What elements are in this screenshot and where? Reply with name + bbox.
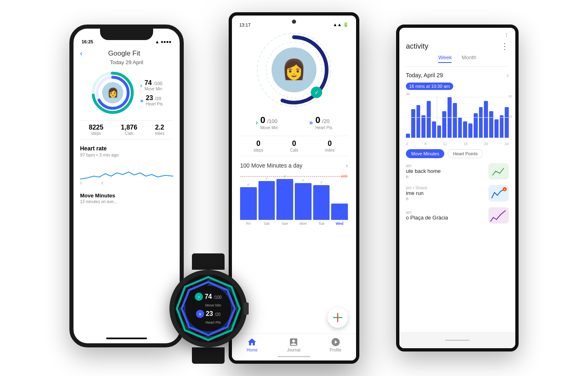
iphone-app-title: Google Fit bbox=[82, 49, 166, 58]
iphone-move-label: Move Min bbox=[145, 87, 163, 91]
right-date: Today, April 29 bbox=[406, 72, 443, 78]
smartwatch: › 74 /100 Move Min » 23 /20 Heart Pts bbox=[163, 253, 253, 356]
bar-sun-label: Sun bbox=[282, 222, 288, 226]
svg-point-22 bbox=[180, 280, 237, 337]
iphone-move-min-stat: › 74 /100 Move Min bbox=[140, 79, 163, 91]
iphone-heart-rate-sub: 97 bpm • 3 min ago bbox=[80, 152, 173, 157]
iphone-time: 16:25 bbox=[82, 39, 93, 44]
iphone-metrics: 8225 steps 1,876 Cals 2.2 miles bbox=[80, 120, 173, 139]
iphone-notch bbox=[100, 29, 153, 40]
activity-info-2: pm • Strava ime run n bbox=[406, 186, 484, 201]
iphone-miles-label: miles bbox=[155, 131, 164, 136]
svg-rect-24 bbox=[488, 163, 509, 179]
activity-time-3: am bbox=[406, 210, 484, 215]
android-fab[interactable] bbox=[327, 307, 348, 328]
right-signal: ⋮ bbox=[504, 33, 509, 38]
svg-marker-20 bbox=[177, 277, 240, 340]
iphone-heart-label: Heart Pts bbox=[146, 102, 163, 106]
label-20: 20 bbox=[484, 142, 488, 146]
activity-time-2: pm • Strava bbox=[406, 186, 484, 190]
android-cals-label: Cals bbox=[290, 148, 298, 152]
android-right-device: ⋮ activity ⋮ Week Month Today, April 29 … bbox=[396, 25, 519, 351]
android-move-stat: › 0 /100 Move Min bbox=[256, 115, 278, 130]
nav-journal-label: Journal bbox=[287, 348, 301, 352]
android-miles-label: miles bbox=[325, 148, 334, 152]
iphone-cals-label: Cals bbox=[121, 131, 137, 136]
android-heart-frac: /20 bbox=[322, 118, 330, 124]
bar-mon: ✓ Mon bbox=[295, 179, 312, 226]
bar-check-tue: ✓ bbox=[320, 181, 323, 184]
iphone-move-title: Move Minutes bbox=[80, 192, 173, 199]
right-bar-12 bbox=[463, 121, 467, 138]
activity-map-1 bbox=[488, 163, 509, 179]
android-home-indicator bbox=[278, 356, 310, 357]
iphone-cals-val: 1,876 bbox=[121, 124, 137, 131]
svg-point-23 bbox=[185, 285, 232, 332]
activity-dist-1: n bbox=[406, 174, 484, 179]
right-bar-10 bbox=[453, 103, 457, 138]
right-header: activity ⋮ bbox=[399, 41, 515, 54]
right-bar-8 bbox=[442, 111, 446, 138]
nav-profile[interactable]: Profile bbox=[330, 337, 341, 352]
right-nav-arrow[interactable]: › bbox=[507, 72, 509, 79]
svg-text:6: 6 bbox=[101, 181, 103, 185]
iphone-heart-val: 23 bbox=[146, 94, 153, 101]
iphone-signal: ▲ ●●●● bbox=[155, 39, 172, 44]
right-bar-13 bbox=[468, 123, 472, 138]
right-filter-buttons: Move Minutes Heart Points bbox=[399, 149, 515, 158]
nav-journal[interactable]: Journal bbox=[287, 337, 301, 352]
label-12: 12 bbox=[443, 142, 447, 146]
iphone-home-indicator bbox=[106, 338, 147, 339]
svg-text:👩: 👩 bbox=[107, 87, 119, 98]
right-menu-icon[interactable]: ⋮ bbox=[501, 41, 509, 51]
right-tabs: Week Month bbox=[406, 54, 509, 67]
bar-tue-label: Tue bbox=[318, 222, 324, 226]
bar-check-sat: ✓ bbox=[265, 177, 268, 180]
android-bar-chart: ✓ Fri ✓ Sat ✓ Sun ✓ bbox=[240, 172, 348, 226]
iphone-activity-ring: 👩 bbox=[90, 70, 135, 115]
watch-strap-bottom bbox=[192, 347, 225, 364]
right-bar-4 bbox=[421, 115, 425, 138]
bar-fri-bar bbox=[240, 187, 257, 220]
right-bar-7 bbox=[437, 125, 441, 138]
scene: 16:25 ▲ ●●●● ‹ Google Fit Today 29 April bbox=[69, 12, 519, 364]
filter-move-minutes[interactable]: Move Minutes bbox=[406, 149, 444, 158]
filter-heart-points[interactable]: Heart Points bbox=[448, 149, 483, 158]
bar-check-mon: ✓ bbox=[302, 179, 305, 182]
activity-map-3 bbox=[488, 207, 509, 224]
bar-tue: ✓ Tue bbox=[313, 181, 330, 226]
svg-text:0: 0 bbox=[80, 181, 82, 185]
right-date-row: Today, April 29 › bbox=[399, 72, 515, 79]
label-24: 24 bbox=[505, 142, 509, 146]
svg-rect-28 bbox=[488, 207, 509, 224]
android-chart-expand[interactable]: › bbox=[346, 162, 348, 169]
bar-fri: ✓ Fri bbox=[240, 183, 257, 226]
tab-month[interactable]: Month bbox=[461, 54, 476, 63]
android-move-icon: › bbox=[256, 119, 258, 126]
iphone-move-total: /100 bbox=[154, 81, 162, 86]
right-bottom-nav bbox=[399, 332, 515, 348]
watch-crown-button[interactable] bbox=[244, 302, 249, 315]
iphone-header: ‹ Google Fit bbox=[80, 46, 173, 59]
svg-text:👩: 👩 bbox=[282, 58, 306, 81]
activity-item-1: am ute back home n bbox=[406, 163, 509, 179]
android-time: 13:17 bbox=[239, 22, 251, 27]
android-cals-val: 0 bbox=[290, 139, 298, 148]
iphone-heart-pts-stat: » 23 /20 Heart Pts bbox=[140, 94, 163, 106]
activity-list: am ute back home n pm • Strava ime run bbox=[399, 163, 515, 224]
activity-info-1: am ute back home n bbox=[406, 163, 484, 179]
right-bar-18 bbox=[494, 119, 499, 138]
label-16: 16 bbox=[463, 142, 468, 146]
iphone-heart-total: /20 bbox=[155, 96, 161, 101]
bar-mon-label: Mon bbox=[300, 222, 307, 226]
android-heart-label: Heart Pts bbox=[315, 125, 332, 130]
activity-info-3: am o Plaça de Gràcia bbox=[406, 210, 484, 221]
android-cals: 0 Cals bbox=[290, 139, 298, 152]
android-screen: 👩 ✓ › 0 /100 Move Min » bbox=[232, 29, 356, 227]
iphone-move-sub: 13 minutes on ave... bbox=[80, 199, 173, 204]
tab-week[interactable]: Week bbox=[438, 54, 452, 63]
label-4: 4 bbox=[406, 142, 408, 146]
bar-check-fri: ✓ bbox=[247, 183, 250, 186]
android-steps-label: steps bbox=[254, 148, 263, 152]
activity-name-3: o Plaça de Gràcia bbox=[406, 215, 484, 221]
